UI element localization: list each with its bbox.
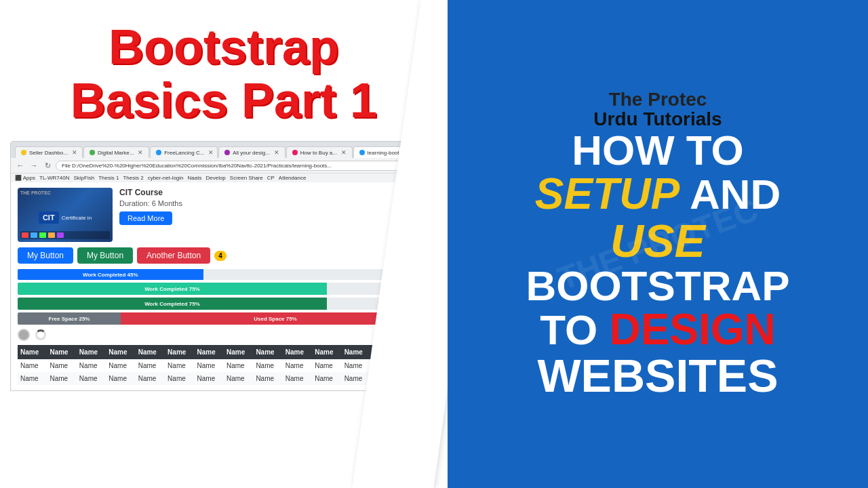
my-button-2[interactable]: My Button	[77, 247, 133, 264]
bookmark-apps[interactable]: ⬛ Apps	[15, 175, 35, 181]
bookmark-naats[interactable]: Naats	[188, 175, 202, 181]
read-more-button[interactable]: Read More	[119, 211, 172, 225]
back-button[interactable]: ←	[15, 160, 26, 171]
my-button-1[interactable]: My Button	[18, 247, 73, 264]
cert-label: Certificate in	[62, 215, 92, 221]
setup-and-line: SETUP AND	[475, 171, 841, 217]
course-card: THE PROTEC CIT Certificate in	[18, 188, 430, 242]
browser-tab-2[interactable]: Digital Marke... ✕	[83, 146, 149, 158]
tab-icon-5	[292, 150, 298, 155]
col-header-11: Name	[312, 345, 341, 359]
bookmark-thesis1[interactable]: Thesis 1	[98, 175, 119, 181]
bootstrap-line: BOOTSTRAP	[475, 265, 841, 307]
col-header-5: Name	[136, 345, 165, 359]
progress-bar-2: Work Completed 75%	[18, 283, 430, 295]
course-title: CIT Course	[119, 188, 430, 197]
progress-section: Work Completed 45% Work Completed 75% Wo	[18, 269, 430, 325]
address-bar[interactable]: File D:/OneDrive%20-%20Higher%20Educatio…	[56, 161, 419, 171]
bookmark-cyber[interactable]: cyber-net-login	[148, 175, 184, 181]
spinner-ring	[35, 329, 46, 340]
bookmark-tl[interactable]: TL-WR740N	[39, 175, 69, 181]
progress-bar-multi: Free Space 25% Used Space 75%	[18, 312, 430, 325]
tab-icon-4	[224, 150, 230, 155]
col-header-1: Name	[18, 345, 47, 359]
browser-tab-5[interactable]: How to Buy a... ✕	[286, 146, 353, 158]
badge-count: 4	[214, 251, 226, 261]
spinner-area	[18, 329, 430, 341]
reload-button[interactable]: ↻	[42, 160, 53, 171]
buttons-row: My Button My Button Another Button 4	[18, 247, 430, 264]
cit-badge: CIT	[39, 211, 59, 224]
col-header-9: Name	[253, 345, 282, 359]
browser-tab-4[interactable]: All your desig... ✕	[218, 146, 285, 158]
browser-tab-3[interactable]: FreeLancing C... ✕	[150, 146, 218, 158]
bookmark-develop[interactable]: Develop	[205, 175, 225, 181]
websites-line: WEBSITES	[475, 352, 841, 399]
progress-fill-1: Work Completed 45%	[18, 269, 203, 280]
page-title: Bootstrap Basics Part 1	[27, 20, 420, 127]
table-header-row: Name Name Name Name Name Name Name Name …	[18, 345, 430, 359]
col-header-4: Name	[106, 345, 135, 359]
how-to-line: HOW TO	[475, 129, 841, 171]
col-header-3: Name	[77, 345, 106, 359]
course-card-image: THE PROTEC CIT Certificate in	[18, 188, 113, 242]
progress-fill-3: Work Completed 75%	[18, 298, 327, 310]
col-header-7: Name	[195, 345, 224, 359]
tab-close-3[interactable]: ✕	[208, 149, 214, 156]
bookmark-thesis2[interactable]: Thesis 2	[123, 175, 143, 181]
spinner-circle	[18, 329, 30, 341]
col-header-8: Name	[224, 345, 253, 359]
tab-icon-6	[359, 150, 365, 155]
right-panel: THE PROTEC The Protec Urdu Tutorials HOW…	[448, 0, 868, 488]
browser-toolbar: ← → ↻ File D:/OneDrive%20-%20Higher%20Ed…	[11, 158, 437, 173]
course-card-info: CIT Course Duration: 6 Months Read More	[119, 188, 430, 225]
browser-chrome: Seller Dashbo... ✕ Digital Marke... ✕ Fr…	[11, 142, 437, 158]
progress-fill-2: Work Completed 75%	[18, 283, 327, 295]
tab-close-4[interactable]: ✕	[274, 149, 279, 156]
free-space-bar: Free Space 25%	[18, 312, 121, 325]
bookmark-screen[interactable]: Screen Share	[230, 175, 263, 181]
use-line: USE	[475, 217, 841, 265]
bookmarks-bar: ⬛ Apps TL-WR740N SkipFish Thesis 1 Thesi…	[11, 173, 437, 182]
progress-bar-1: Work Completed 45%	[18, 269, 430, 280]
bookmark-attendance[interactable]: Attendance	[279, 175, 306, 181]
progress-bar-3: Work Completed 75%	[18, 298, 430, 310]
browser-tabs: Seller Dashbo... ✕ Digital Marke... ✕ Fr…	[15, 144, 433, 158]
col-header-12: Name	[342, 345, 371, 359]
browser-tab-1[interactable]: Seller Dashbo... ✕	[15, 146, 83, 158]
to-design-line: TO DESIGN	[475, 307, 841, 352]
title-area: Bootstrap Basics Part 1	[0, 0, 448, 141]
tab-close-1[interactable]: ✕	[72, 149, 77, 156]
bookmark-cp[interactable]: CP	[267, 175, 275, 181]
tab-close-2[interactable]: ✕	[138, 149, 143, 156]
col-header-2: Name	[47, 345, 76, 359]
tab-close-5[interactable]: ✕	[341, 149, 347, 156]
col-header-6: Name	[165, 345, 194, 359]
another-button[interactable]: Another Button	[137, 247, 210, 264]
tab-icon-1	[21, 150, 26, 155]
tab-icon-3	[156, 150, 161, 155]
forward-button[interactable]: →	[28, 160, 39, 171]
tab-icon-2	[90, 150, 95, 155]
left-panel: Bootstrap Basics Part 1 Seller Dashbo...…	[0, 0, 448, 488]
bookmark-skipfish[interactable]: SkipFish	[73, 175, 94, 181]
course-duration: Duration: 6 Months	[119, 199, 430, 207]
channel-name: The Protec Urdu Tutorials	[475, 89, 841, 129]
col-header-10: Name	[283, 345, 312, 359]
